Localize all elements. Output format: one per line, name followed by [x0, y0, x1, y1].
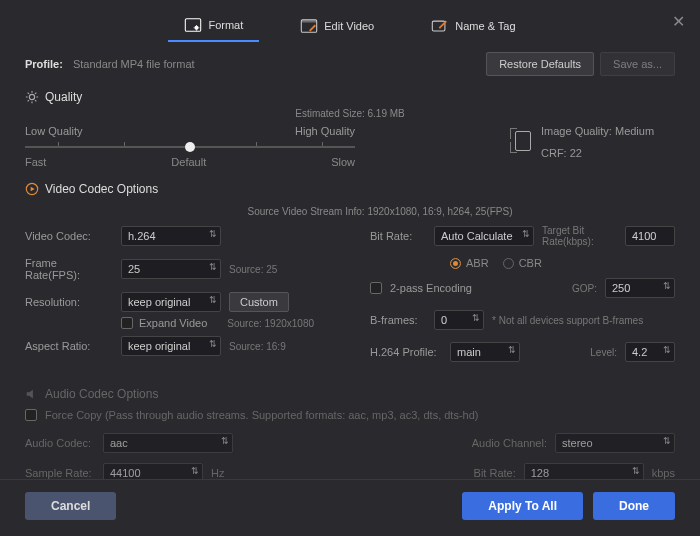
- audio-codec-section-title: Audio Codec Options: [25, 387, 675, 401]
- resolution-select[interactable]: keep original: [121, 292, 221, 312]
- svg-point-5: [29, 94, 34, 99]
- tab-name-tag[interactable]: Name & Tag: [415, 10, 531, 42]
- save-as-button[interactable]: Save as...: [600, 52, 675, 76]
- b-frames-select[interactable]: 0: [434, 310, 484, 330]
- bit-rate-select[interactable]: Auto Calculate: [434, 226, 534, 246]
- restore-defaults-button[interactable]: Restore Defaults: [486, 52, 594, 76]
- format-icon: [184, 18, 202, 32]
- quality-slider[interactable]: Low Quality High Quality Fast Default Sl…: [25, 125, 355, 168]
- done-button[interactable]: Done: [593, 492, 675, 520]
- svg-point-1: [195, 26, 199, 30]
- svg-rect-3: [302, 20, 317, 23]
- close-icon[interactable]: ✕: [672, 12, 685, 31]
- h264-profile-select[interactable]: main: [450, 342, 520, 362]
- gear-icon: [25, 90, 39, 104]
- audio-channel-select[interactable]: stereo: [555, 433, 675, 453]
- profile-value: Standard MP4 file format: [73, 58, 195, 70]
- video-codec-section-title: Video Codec Options: [25, 182, 675, 196]
- audio-codec-select[interactable]: aac: [103, 433, 233, 453]
- aspect-ratio-select[interactable]: keep original: [121, 336, 221, 356]
- edit-video-icon: [300, 19, 318, 33]
- cancel-button[interactable]: Cancel: [25, 492, 116, 520]
- force-copy-checkbox[interactable]: [25, 409, 37, 421]
- quality-section-title: Quality: [25, 90, 675, 104]
- name-tag-icon: [431, 19, 449, 33]
- slider-thumb[interactable]: [185, 142, 195, 152]
- frame-rate-select[interactable]: 25: [121, 259, 221, 279]
- tab-format[interactable]: Format: [168, 10, 259, 42]
- document-icon: [515, 131, 531, 151]
- play-icon: [25, 182, 39, 196]
- video-codec-select[interactable]: h.264: [121, 226, 221, 246]
- custom-resolution-button[interactable]: Custom: [229, 292, 289, 312]
- abr-radio[interactable]: ABR: [450, 257, 489, 269]
- source-video-info: Source Video Stream Info: 1920x1080, 16:…: [25, 206, 675, 217]
- gop-select[interactable]: 250: [605, 278, 675, 298]
- apply-to-all-button[interactable]: Apply To All: [462, 492, 583, 520]
- speaker-icon: [25, 387, 39, 401]
- expand-video-checkbox[interactable]: [121, 317, 133, 329]
- svg-rect-0: [186, 19, 201, 32]
- two-pass-checkbox[interactable]: [370, 282, 382, 294]
- image-quality-text: Image Quality: Medium: [541, 125, 654, 137]
- target-bit-rate-input[interactable]: [625, 226, 675, 246]
- estimated-size: Estimated Size: 6.19 MB: [25, 108, 675, 119]
- h264-level-select[interactable]: 4.2: [625, 342, 675, 362]
- tab-edit-video[interactable]: Edit Video: [284, 10, 390, 42]
- profile-label: Profile:: [25, 58, 63, 70]
- crf-text: CRF: 22: [541, 147, 654, 159]
- cbr-radio[interactable]: CBR: [503, 257, 542, 269]
- svg-rect-4: [433, 21, 446, 31]
